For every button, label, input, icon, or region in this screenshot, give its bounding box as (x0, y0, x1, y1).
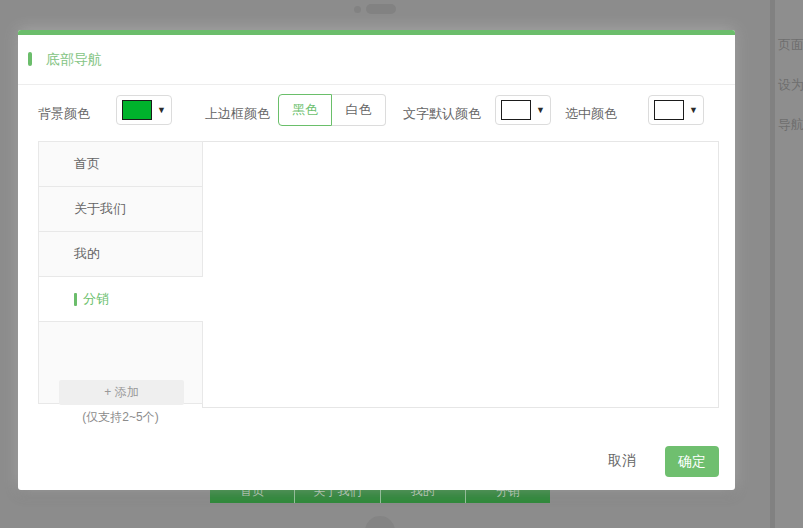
header-divider (18, 84, 735, 85)
title-accent-bar (28, 52, 32, 66)
selected-tab-accent-bar (74, 293, 77, 306)
nav-preview-item: 首页 (210, 490, 295, 503)
background-toolbar-pill (366, 4, 396, 14)
bottom-nav-dialog: 底部导航 背景颜色 ▼ 上边框颜色 黑色 白色 文字默认颜色 ▼ 选中颜色 ▼ … (18, 30, 735, 490)
sidebar-filler: + 添加 (39, 322, 203, 403)
border-color-black-button[interactable]: 黑色 (278, 94, 332, 126)
bg-color-label: 背景颜色 (38, 105, 90, 123)
add-tab-button[interactable]: + 添加 (59, 380, 184, 405)
background-home-button (365, 516, 395, 528)
text-color-picker[interactable]: ▼ (495, 95, 551, 125)
bg-color-swatch (122, 100, 152, 120)
background-right-menu: 页面 设为 导航 (775, 0, 803, 528)
text-color-label: 文字默认颜色 (403, 105, 481, 123)
nav-preview-item: 关于我们 (295, 490, 380, 503)
caret-down-icon: ▼ (157, 96, 166, 124)
sidebar-tab-mine[interactable]: 我的 (39, 232, 203, 277)
tabs-limit-hint: (仅支持2~5个) (38, 409, 203, 426)
background-menu-item: 设为 (778, 76, 803, 94)
dialog-top-accent-bar (18, 30, 735, 35)
active-color-label: 选中颜色 (565, 105, 617, 123)
sidebar-tab-distribution[interactable]: 分销 (39, 277, 203, 322)
sidebar-tab-home[interactable]: 首页 (39, 142, 203, 187)
cancel-button[interactable]: 取消 (608, 452, 636, 470)
caret-down-icon: ▼ (689, 96, 698, 124)
active-color-swatch (654, 100, 684, 120)
border-color-label: 上边框颜色 (205, 105, 270, 123)
nav-items-sidebar: 首页 关于我们 我的 分销 + 添加 (38, 141, 203, 404)
background-menu-item: 导航 (778, 116, 803, 134)
dialog-title: 底部导航 (46, 51, 102, 69)
background-menu-item: 页面 (778, 36, 803, 54)
nav-preview-item: 分销 (466, 490, 550, 503)
nav-preview-bar: 首页 关于我们 我的 分销 (210, 490, 550, 503)
active-color-picker[interactable]: ▼ (648, 95, 704, 125)
caret-down-icon: ▼ (536, 96, 545, 124)
tab-detail-panel (202, 141, 719, 408)
background-status-dot (354, 6, 361, 13)
confirm-button[interactable]: 确定 (665, 446, 719, 477)
sidebar-tab-about[interactable]: 关于我们 (39, 187, 203, 232)
text-color-swatch (501, 100, 531, 120)
border-color-white-button[interactable]: 白色 (332, 94, 386, 126)
sidebar-tab-label: 分销 (83, 291, 109, 306)
nav-preview-item: 我的 (381, 490, 466, 503)
bg-color-picker[interactable]: ▼ (116, 95, 172, 125)
